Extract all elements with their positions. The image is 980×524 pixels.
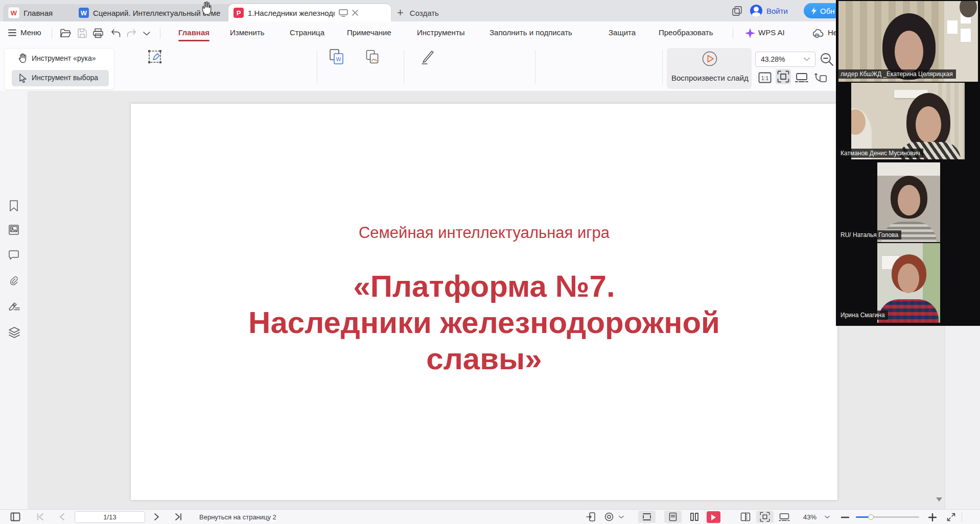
tab-home[interactable]: W Главная [3, 4, 80, 21]
next-page-icon[interactable] [154, 513, 159, 520]
print-icon[interactable] [92, 28, 104, 38]
document-view[interactable]: Семейная интеллектуальная игра «Платформ… [28, 91, 944, 509]
participant-name: Катманов Денис Мусинович [837, 149, 923, 158]
participant-name: Ирина Смагина [837, 311, 888, 320]
sign-in-button[interactable]: Войти [750, 5, 788, 17]
new-tab-button[interactable]: + Создать [397, 4, 439, 21]
cloud-sync-off-icon[interactable] [812, 28, 825, 38]
play-triangle-icon [711, 514, 716, 520]
play-slide-button[interactable]: Воспроизвести слайд [667, 48, 752, 89]
fullscreen-icon[interactable] [947, 513, 955, 521]
sign-in-label: Войти [766, 7, 788, 15]
back-to-page-link[interactable]: Вернуться на страницу 2 [199, 513, 276, 521]
menu-item-tools[interactable]: Инструменты [417, 28, 465, 37]
menu-item-comment[interactable]: Примечание [347, 28, 391, 37]
layers-panel-icon[interactable] [8, 326, 20, 339]
single-page-icon [669, 512, 677, 521]
fit-width-button[interactable] [794, 70, 809, 85]
bookmarks-panel-icon[interactable] [8, 200, 19, 212]
participant-name: RU/ Наталья Голова [837, 230, 901, 240]
scrollbar-down-arrow[interactable] [936, 497, 942, 502]
signature-panel-icon[interactable] [8, 301, 20, 312]
participant-face [916, 106, 941, 143]
undo-icon[interactable] [111, 29, 121, 38]
edit-content-icon[interactable] [147, 49, 164, 65]
page-layout-button[interactable] [737, 511, 754, 523]
video-tile[interactable] [851, 83, 965, 159]
zoom-in-plus-icon[interactable] [928, 513, 937, 521]
close-tab-icon[interactable] [352, 10, 358, 16]
mouse-cursor-hand [200, 1, 213, 15]
save-icon[interactable] [77, 28, 87, 38]
video-call-panel[interactable]: лидер КбшЖД _Екатерина Целярицкая Катман… [836, 0, 980, 326]
chevron-down-icon[interactable] [143, 32, 150, 36]
right-panel-strip [945, 323, 980, 509]
page-indicator-input[interactable]: 1/13 [75, 511, 145, 523]
menu-item-fill-sign[interactable]: Заполнить и подписать [489, 28, 572, 37]
pointer-tools-card: Инструмент «рука» Инструмент выбора [4, 48, 114, 90]
menu-item-edit[interactable]: Изменить [230, 28, 265, 37]
menu-item-home[interactable]: Главная [178, 28, 209, 37]
participant-face [898, 185, 920, 216]
single-page-button[interactable] [664, 511, 682, 523]
zoom-percent-label: 43% [803, 513, 816, 521]
comments-panel-icon[interactable] [8, 250, 19, 260]
actual-size-button[interactable]: 1:1 [757, 70, 773, 85]
read-mode-icon[interactable] [603, 512, 615, 521]
pdf-to-word-icon[interactable]: W [328, 48, 345, 65]
chevron-down-icon[interactable] [825, 515, 830, 519]
divider [317, 50, 317, 84]
open-file-icon[interactable] [60, 28, 71, 38]
window-stack-icon[interactable] [732, 6, 743, 16]
scroll-mode-button[interactable] [638, 511, 656, 523]
pdf-page[interactable]: Семейная интеллектуальная игра «Платформ… [131, 104, 837, 500]
fit-screen-button[interactable] [756, 511, 774, 523]
fit-page-button[interactable] [776, 69, 791, 84]
hamburger-icon[interactable] [8, 29, 16, 36]
tab-bar: W Главная W Сценарий. Интеллектуальный с… [0, 0, 980, 21]
tab-home-label: Главная [24, 9, 53, 17]
select-tool-button[interactable]: Инструмент выбора [12, 70, 109, 86]
highlighter-icon[interactable] [420, 49, 436, 65]
hand-tool-icon [18, 53, 28, 63]
tab-pdf-active[interactable]: P 1.Наследники железнодоро [228, 4, 391, 21]
menu-item-convert[interactable]: Преобразовать [659, 28, 713, 37]
divider [662, 50, 663, 84]
avatar-icon [750, 5, 762, 17]
wps-logo-icon: W [8, 7, 19, 18]
last-page-icon[interactable] [175, 513, 182, 520]
plus-icon: + [397, 7, 404, 18]
zoom-slider-thumb[interactable] [868, 514, 874, 520]
prev-page-icon[interactable] [59, 513, 64, 520]
attachments-panel-icon[interactable] [8, 275, 19, 287]
slide-title-line-1: «Платформа №7. [131, 268, 837, 304]
screen-share-icon[interactable] [339, 9, 348, 17]
continuous-scroll-icon [642, 513, 651, 521]
thumbnails-panel-icon[interactable] [8, 224, 19, 235]
first-page-icon[interactable] [37, 513, 44, 520]
zoom-out-icon[interactable] [820, 52, 834, 66]
transfer-to-device-icon[interactable] [586, 512, 596, 522]
hand-tool-button[interactable]: Инструмент «рука» [32, 54, 96, 62]
menu-button[interactable]: Меню [20, 28, 41, 37]
fit-width-bottom-button[interactable] [776, 511, 793, 523]
zoom-level-value: 43.28% [761, 55, 785, 63]
menu-item-protect[interactable]: Защита [609, 28, 636, 37]
slide-title: «Платформа №7. Наследники железнодорожно… [131, 268, 837, 377]
divider [52, 28, 52, 39]
menu-item-page[interactable]: Страница [290, 28, 324, 37]
slideshow-play-button[interactable] [707, 511, 720, 523]
zoom-out-minus-icon[interactable] [841, 516, 849, 518]
pdf-to-image-icon[interactable] [365, 49, 380, 64]
zoom-level-dropdown[interactable]: 43.28% [755, 52, 815, 67]
zoom-slider[interactable] [856, 516, 919, 518]
word-doc-icon: W [79, 8, 89, 18]
chevron-down-icon[interactable] [619, 515, 624, 519]
chevron-down-icon [804, 57, 810, 61]
rotate-page-button[interactable] [813, 70, 829, 85]
participant-face [898, 264, 919, 293]
two-page-button[interactable] [686, 511, 703, 523]
toggle-sidebar-icon[interactable] [10, 512, 20, 521]
redo-icon[interactable] [127, 29, 136, 38]
wps-ai-button[interactable]: WPS AI [758, 28, 785, 37]
